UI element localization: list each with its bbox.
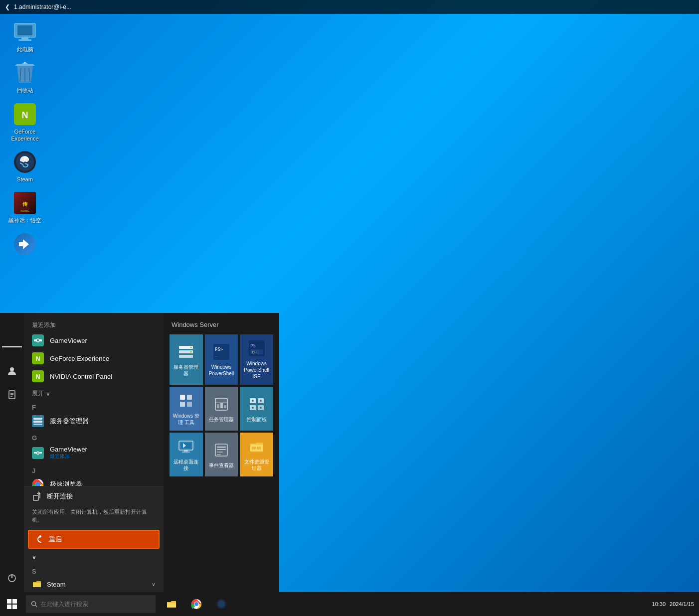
start-app-gameviewer2[interactable]: GameViewer 最近添加 <box>24 443 164 463</box>
steam-folder-item[interactable]: Steam ∨ <box>24 576 164 592</box>
tile-file-explorer-icon <box>248 438 266 456</box>
svg-point-11 <box>16 153 34 171</box>
tile-event-viewer-label: 事件查看器 <box>209 462 234 468</box>
desktop-icon-geforce[interactable]: N GeForceExperience <box>7 102 43 143</box>
expand-arrow-icon: ∨ <box>32 554 36 561</box>
title-bar-back-arrow[interactable]: ❮ <box>5 3 10 10</box>
start-app-server-mgr-label: 服务器管理器 <box>50 417 89 426</box>
tile-powershell-icon: PS> _ <box>212 343 230 361</box>
svg-rect-2 <box>21 37 28 39</box>
start-sidebar <box>0 313 24 592</box>
desktop-icon-arrow-app[interactable] <box>7 232 43 258</box>
svg-point-72 <box>260 400 262 402</box>
tile-control-panel-label: 控制面板 <box>247 416 267 423</box>
restart-button[interactable]: 重启 <box>28 530 160 549</box>
sidebar-doc-icon[interactable] <box>2 385 22 405</box>
desktop-icon-steam[interactable]: Steam <box>7 150 43 183</box>
svg-rect-48 <box>179 355 193 358</box>
sidebar-power-icon[interactable] <box>2 568 22 588</box>
tile-file-explorer-label: 文件资源管理器 <box>242 459 271 471</box>
tile-task-mgr[interactable]: 任务管理器 <box>205 387 238 431</box>
svg-point-74 <box>260 407 262 409</box>
svg-rect-59 <box>187 395 192 400</box>
svg-text:KONG: KONG <box>20 209 29 212</box>
desktop-icons-container: 此电脑 回收站 N GeFor <box>7 20 43 258</box>
recently-added-label: 最近添加 <box>32 321 56 329</box>
svg-rect-61 <box>187 402 192 407</box>
svg-rect-4 <box>24 62 26 64</box>
start-app-chrome[interactable]: 极速浏览器 <box>24 475 164 486</box>
recently-added-section: 最近添加 <box>24 317 164 331</box>
svg-rect-81 <box>217 449 226 450</box>
svg-rect-38 <box>34 452 36 454</box>
expand-section[interactable]: 展开 ∨ <box>24 385 164 400</box>
desktop-icon-this-pc[interactable]: 此电脑 <box>7 20 43 53</box>
desktop-icon-recycle-bin[interactable]: 回收站 <box>7 61 43 94</box>
svg-rect-78 <box>182 452 190 453</box>
arrow-app-icon <box>13 232 37 256</box>
start-menu: 最近添加 GameViewer <box>0 313 279 592</box>
power-area: 断开连接 关闭所有应用、关闭计算机，然后重新打开计算机。 重启 ∨ S <box>24 486 164 592</box>
disconnect-label: 断开连接 <box>47 492 73 501</box>
svg-point-49 <box>190 346 192 348</box>
expand-row[interactable]: ∨ <box>24 551 164 564</box>
tile-event-viewer[interactable]: 事件查看器 <box>205 433 238 476</box>
start-app-gameviewer2-label: GameViewer <box>50 446 87 453</box>
black-myth-label: 黑神话：悟空 <box>8 217 41 224</box>
svg-rect-82 <box>217 452 223 453</box>
svg-point-18 <box>10 367 14 371</box>
tiles-grid: 服务器管理器 PS> _ Windows PowerShell <box>168 334 275 476</box>
svg-text:N: N <box>22 110 28 120</box>
start-app-nvidia-cp[interactable]: N NVIDIA Control Panel <box>24 367 164 385</box>
taskbar-file-explorer-btn[interactable] <box>160 592 183 616</box>
tile-server-manager[interactable]: 服务器管理器 <box>170 334 203 385</box>
taskbar-search-input[interactable] <box>40 601 151 608</box>
svg-rect-58 <box>180 395 185 400</box>
taskbar-chrome-btn[interactable] <box>184 592 208 616</box>
start-button[interactable] <box>0 592 24 616</box>
restart-label: 重启 <box>49 535 62 544</box>
svg-rect-84 <box>252 447 256 450</box>
start-app-geforce[interactable]: N GeForce Experience <box>24 349 164 367</box>
tile-powershell-ise-icon: PS ISE <box>248 339 266 357</box>
taskbar-chrome-icon <box>191 599 202 610</box>
taskbar-steam-btn[interactable] <box>209 592 233 616</box>
svg-rect-25 <box>32 334 44 346</box>
start-app-gameviewer2-sublabel: 最近添加 <box>50 453 87 460</box>
svg-text:N: N <box>36 373 40 380</box>
expand-label: 展开 <box>32 389 44 398</box>
tile-win-tools-icon <box>177 392 195 410</box>
taskbar-search-box[interactable] <box>26 595 156 613</box>
sidebar-user-icon[interactable] <box>2 361 22 381</box>
svg-rect-35 <box>33 421 42 423</box>
svg-rect-83 <box>217 454 221 455</box>
svg-rect-65 <box>220 403 223 408</box>
svg-point-91 <box>218 601 225 608</box>
svg-rect-45 <box>33 495 38 500</box>
start-app-server-mgr[interactable]: 服务器管理器 <box>24 412 164 430</box>
desktop-icon-black-myth[interactable]: 传 KONG 黑神话：悟空 <box>7 191 43 224</box>
black-myth-icon: 传 KONG <box>13 191 37 215</box>
tile-control-panel[interactable]: 控制面板 <box>240 387 273 431</box>
tile-remote-desktop[interactable]: 远程桌面连接 <box>170 433 203 476</box>
tile-event-viewer-icon <box>212 441 230 459</box>
alpha-j: J <box>24 463 164 475</box>
svg-rect-77 <box>184 450 188 452</box>
shutdown-info-text: 关闭所有应用、关闭计算机，然后重新打开计算机。 <box>24 506 164 528</box>
tile-powershell[interactable]: PS> _ Windows PowerShell <box>205 334 238 385</box>
disconnect-btn[interactable]: 断开连接 <box>24 486 164 506</box>
svg-rect-66 <box>224 405 226 408</box>
sidebar-hamburger[interactable] <box>2 337 22 357</box>
search-icon <box>31 601 37 608</box>
tile-powershell-ise[interactable]: PS ISE Windows PowerShell ISE <box>240 334 273 385</box>
start-app-gameviewer[interactable]: GameViewer <box>24 331 164 349</box>
tile-win-tools[interactable]: Windows 管理 工具 <box>170 387 203 431</box>
tile-file-explorer[interactable]: 文件资源管理器 <box>240 433 273 476</box>
steam-folder-arrow: ∨ <box>152 581 156 588</box>
start-menu-tiles-panel: Windows Server 服务器管理器 <box>164 313 279 592</box>
alpha-g: G <box>24 430 164 443</box>
tile-server-manager-icon <box>177 343 195 361</box>
desktop: ❮ 1.administrator@i-e... 此电脑 <box>0 0 699 616</box>
svg-text:ISE: ISE <box>251 350 258 354</box>
taskbar-tray: 10:30 2024/1/15 <box>652 601 699 607</box>
